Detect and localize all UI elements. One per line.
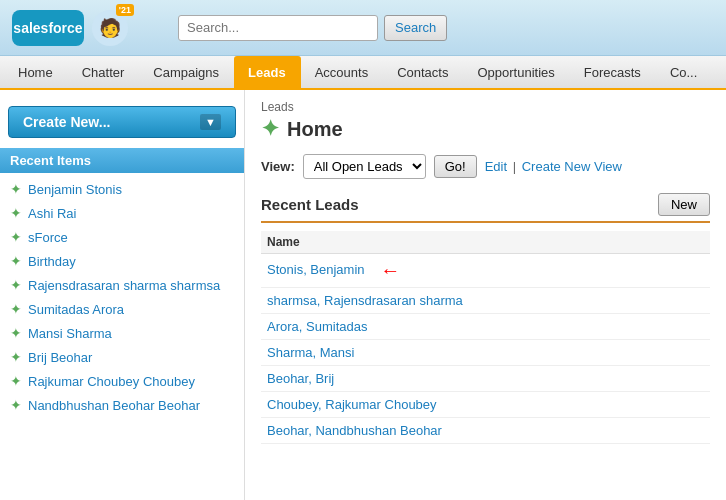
breadcrumb: Leads — [261, 100, 710, 114]
header: salesforce 🧑 '21 Search — [0, 0, 726, 56]
red-arrow-icon: ← — [380, 259, 400, 282]
table-cell-name: sharmsa, Rajensdrasaran sharma — [261, 288, 710, 314]
list-item[interactable]: ✦ Nandbhushan Beohar Beohar — [0, 393, 244, 417]
dropdown-arrow-icon: ▼ — [200, 114, 221, 130]
table-row: Beohar, Brij — [261, 366, 710, 392]
nav-item-home[interactable]: Home — [4, 56, 68, 88]
nav-item-accounts[interactable]: Accounts — [301, 56, 383, 88]
logo-area: salesforce 🧑 '21 — [12, 10, 128, 46]
table-cell-name: Beohar, Nandbhushan Beohar — [261, 418, 710, 444]
content-area: Leads ✦ Home View: All Open Leads Go! Ed… — [245, 90, 726, 500]
view-select[interactable]: All Open Leads — [303, 154, 426, 179]
create-new-view-link[interactable]: Create New View — [522, 159, 622, 174]
table-row: Beohar, Nandbhushan Beohar — [261, 418, 710, 444]
view-label: View: — [261, 159, 295, 174]
sidebar-lead-link[interactable]: Rajkumar Choubey Choubey — [28, 374, 195, 389]
list-item[interactable]: ✦ Ashi Rai — [0, 201, 244, 225]
lead-icon: ✦ — [10, 373, 22, 389]
lead-name-link[interactable]: Beohar, Brij — [267, 371, 334, 386]
list-item[interactable]: ✦ Brij Beohar — [0, 345, 244, 369]
lead-icon: ✦ — [10, 397, 22, 413]
recent-leads-header: Recent Leads New — [261, 193, 710, 223]
table-cell-name: Beohar, Brij — [261, 366, 710, 392]
table-row: sharmsa, Rajensdrasaran sharma — [261, 288, 710, 314]
sidebar-lead-link[interactable]: Birthday — [28, 254, 76, 269]
create-new-button[interactable]: Create New... ▼ — [8, 106, 236, 138]
nav-item-chatter[interactable]: Chatter — [68, 56, 140, 88]
list-item[interactable]: ✦ sForce — [0, 225, 244, 249]
lead-name-link[interactable]: Arora, Sumitadas — [267, 319, 367, 334]
main: Create New... ▼ Recent Items ✦ Benjamin … — [0, 90, 726, 500]
table-cell-name: Stonis, Benjamin ← — [261, 254, 710, 288]
nav-item-campaigns[interactable]: Campaigns — [139, 56, 234, 88]
lead-icon: ✦ — [10, 253, 22, 269]
table-row: Choubey, Rajkumar Choubey — [261, 392, 710, 418]
page-title: ✦ Home — [261, 116, 710, 142]
lead-name-link[interactable]: Sharma, Mansi — [267, 345, 354, 360]
lead-name-link[interactable]: Choubey, Rajkumar Choubey — [267, 397, 437, 412]
lead-icon: ✦ — [10, 301, 22, 317]
table-cell-name: Sharma, Mansi — [261, 340, 710, 366]
list-item[interactable]: ✦ Rajkumar Choubey Choubey — [0, 369, 244, 393]
table-row: Sharma, Mansi — [261, 340, 710, 366]
nav-item-contacts[interactable]: Contacts — [383, 56, 463, 88]
list-item[interactable]: ✦ Mansi Sharma — [0, 321, 244, 345]
table-cell-name: Arora, Sumitadas — [261, 314, 710, 340]
nav-item-opportunities[interactable]: Opportunities — [463, 56, 569, 88]
table-row: Stonis, Benjamin ← — [261, 254, 710, 288]
table-row: Arora, Sumitadas — [261, 314, 710, 340]
sidebar-lead-link[interactable]: Brij Beohar — [28, 350, 92, 365]
list-item[interactable]: ✦ Sumitadas Arora — [0, 297, 244, 321]
sidebar-lead-link[interactable]: Mansi Sharma — [28, 326, 112, 341]
nav-item-leads[interactable]: Leads — [234, 56, 301, 88]
lead-name-link[interactable]: Beohar, Nandbhushan Beohar — [267, 423, 442, 438]
year-badge: '21 — [116, 4, 134, 16]
navbar: Home Chatter Campaigns Leads Accounts Co… — [0, 56, 726, 90]
leads-table: Name Stonis, Benjamin ← sharmsa, Rajensd… — [261, 231, 710, 444]
salesforce-logo: salesforce — [12, 10, 84, 46]
sidebar-lead-link[interactable]: Sumitadas Arora — [28, 302, 124, 317]
edit-view-link[interactable]: Edit — [485, 159, 507, 174]
lead-name-link[interactable]: sharmsa, Rajensdrasaran sharma — [267, 293, 463, 308]
sidebar-lead-link[interactable]: Benjamin Stonis — [28, 182, 122, 197]
search-area: Search — [178, 15, 447, 41]
lead-icon: ✦ — [10, 277, 22, 293]
go-button[interactable]: Go! — [434, 155, 477, 178]
avatar: 🧑 '21 — [92, 10, 128, 46]
lead-name-link[interactable]: Stonis, Benjamin — [267, 262, 365, 277]
leads-home-icon: ✦ — [261, 116, 279, 142]
sidebar-lead-link[interactable]: Ashi Rai — [28, 206, 76, 221]
new-lead-button[interactable]: New — [658, 193, 710, 216]
list-item[interactable]: ✦ Rajensdrasaran sharma sharmsa — [0, 273, 244, 297]
list-item[interactable]: ✦ Birthday — [0, 249, 244, 273]
lead-icon: ✦ — [10, 325, 22, 341]
sidebar: Create New... ▼ Recent Items ✦ Benjamin … — [0, 90, 245, 500]
lead-icon: ✦ — [10, 349, 22, 365]
search-input[interactable] — [178, 15, 378, 41]
recent-leads-title: Recent Leads — [261, 196, 359, 213]
sidebar-lead-link[interactable]: sForce — [28, 230, 68, 245]
lead-icon: ✦ — [10, 205, 22, 221]
sidebar-lead-link[interactable]: Nandbhushan Beohar Beohar — [28, 398, 200, 413]
view-bar: View: All Open Leads Go! Edit | Create N… — [261, 154, 710, 179]
nav-item-forecasts[interactable]: Forecasts — [570, 56, 656, 88]
view-links: Edit | Create New View — [485, 159, 622, 174]
table-header-name: Name — [261, 231, 710, 254]
list-item[interactable]: ✦ Benjamin Stonis — [0, 177, 244, 201]
recent-items-header: Recent Items — [0, 148, 244, 173]
table-cell-name: Choubey, Rajkumar Choubey — [261, 392, 710, 418]
search-button[interactable]: Search — [384, 15, 447, 41]
nav-item-more[interactable]: Co... — [656, 56, 712, 88]
lead-icon: ✦ — [10, 229, 22, 245]
lead-icon: ✦ — [10, 181, 22, 197]
sidebar-lead-link[interactable]: Rajensdrasaran sharma sharmsa — [28, 278, 220, 293]
